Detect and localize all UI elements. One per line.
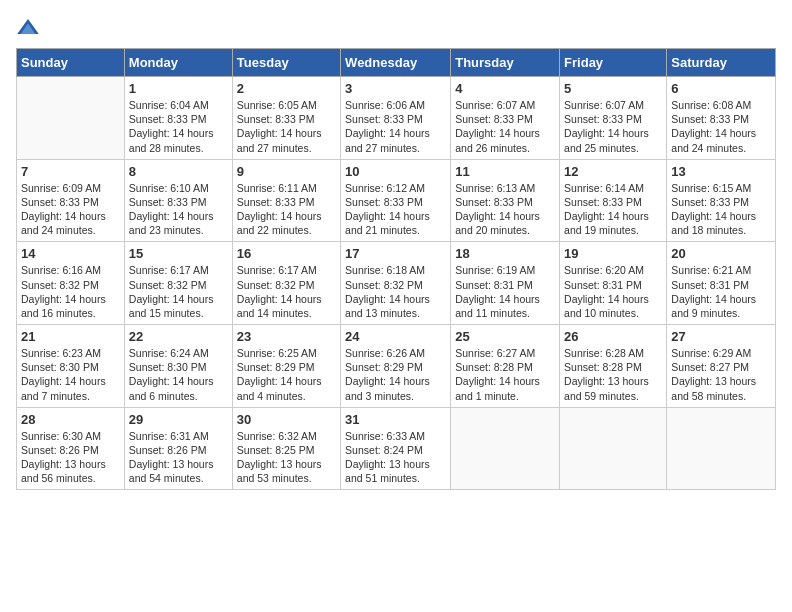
cell-sun-info: Sunrise: 6:10 AMSunset: 8:33 PMDaylight:…: [129, 181, 228, 238]
calendar-cell: 17Sunrise: 6:18 AMSunset: 8:32 PMDayligh…: [341, 242, 451, 325]
cell-sun-info: Sunrise: 6:07 AMSunset: 8:33 PMDaylight:…: [455, 98, 555, 155]
calendar-cell: 1Sunrise: 6:04 AMSunset: 8:33 PMDaylight…: [124, 77, 232, 160]
day-number: 30: [237, 412, 336, 427]
cell-sun-info: Sunrise: 6:29 AMSunset: 8:27 PMDaylight:…: [671, 346, 771, 403]
day-number: 4: [455, 81, 555, 96]
calendar-cell: 14Sunrise: 6:16 AMSunset: 8:32 PMDayligh…: [17, 242, 125, 325]
calendar-cell: [667, 407, 776, 490]
cell-sun-info: Sunrise: 6:23 AMSunset: 8:30 PMDaylight:…: [21, 346, 120, 403]
weekday-header: Saturday: [667, 49, 776, 77]
calendar-cell: 24Sunrise: 6:26 AMSunset: 8:29 PMDayligh…: [341, 325, 451, 408]
cell-sun-info: Sunrise: 6:16 AMSunset: 8:32 PMDaylight:…: [21, 263, 120, 320]
cell-sun-info: Sunrise: 6:08 AMSunset: 8:33 PMDaylight:…: [671, 98, 771, 155]
cell-sun-info: Sunrise: 6:07 AMSunset: 8:33 PMDaylight:…: [564, 98, 662, 155]
cell-sun-info: Sunrise: 6:20 AMSunset: 8:31 PMDaylight:…: [564, 263, 662, 320]
weekday-header: Thursday: [451, 49, 560, 77]
day-number: 23: [237, 329, 336, 344]
calendar-cell: 2Sunrise: 6:05 AMSunset: 8:33 PMDaylight…: [232, 77, 340, 160]
cell-sun-info: Sunrise: 6:12 AMSunset: 8:33 PMDaylight:…: [345, 181, 446, 238]
day-number: 22: [129, 329, 228, 344]
day-number: 8: [129, 164, 228, 179]
cell-sun-info: Sunrise: 6:21 AMSunset: 8:31 PMDaylight:…: [671, 263, 771, 320]
calendar-cell: 6Sunrise: 6:08 AMSunset: 8:33 PMDaylight…: [667, 77, 776, 160]
day-number: 5: [564, 81, 662, 96]
calendar-cell: 10Sunrise: 6:12 AMSunset: 8:33 PMDayligh…: [341, 159, 451, 242]
day-number: 27: [671, 329, 771, 344]
cell-sun-info: Sunrise: 6:31 AMSunset: 8:26 PMDaylight:…: [129, 429, 228, 486]
calendar-table: SundayMondayTuesdayWednesdayThursdayFrid…: [16, 48, 776, 490]
cell-sun-info: Sunrise: 6:28 AMSunset: 8:28 PMDaylight:…: [564, 346, 662, 403]
day-number: 6: [671, 81, 771, 96]
cell-sun-info: Sunrise: 6:11 AMSunset: 8:33 PMDaylight:…: [237, 181, 336, 238]
cell-sun-info: Sunrise: 6:17 AMSunset: 8:32 PMDaylight:…: [237, 263, 336, 320]
calendar-cell: 28Sunrise: 6:30 AMSunset: 8:26 PMDayligh…: [17, 407, 125, 490]
calendar-week-row: 21Sunrise: 6:23 AMSunset: 8:30 PMDayligh…: [17, 325, 776, 408]
day-number: 3: [345, 81, 446, 96]
day-number: 14: [21, 246, 120, 261]
calendar-cell: 31Sunrise: 6:33 AMSunset: 8:24 PMDayligh…: [341, 407, 451, 490]
cell-sun-info: Sunrise: 6:15 AMSunset: 8:33 PMDaylight:…: [671, 181, 771, 238]
day-number: 31: [345, 412, 446, 427]
day-number: 16: [237, 246, 336, 261]
calendar-cell: 25Sunrise: 6:27 AMSunset: 8:28 PMDayligh…: [451, 325, 560, 408]
calendar-cell: 29Sunrise: 6:31 AMSunset: 8:26 PMDayligh…: [124, 407, 232, 490]
day-number: 25: [455, 329, 555, 344]
weekday-header: Tuesday: [232, 49, 340, 77]
weekday-header: Monday: [124, 49, 232, 77]
calendar-cell: [451, 407, 560, 490]
day-number: 10: [345, 164, 446, 179]
calendar-cell: 20Sunrise: 6:21 AMSunset: 8:31 PMDayligh…: [667, 242, 776, 325]
calendar-cell: 5Sunrise: 6:07 AMSunset: 8:33 PMDaylight…: [560, 77, 667, 160]
day-number: 26: [564, 329, 662, 344]
calendar-week-row: 7Sunrise: 6:09 AMSunset: 8:33 PMDaylight…: [17, 159, 776, 242]
cell-sun-info: Sunrise: 6:19 AMSunset: 8:31 PMDaylight:…: [455, 263, 555, 320]
cell-sun-info: Sunrise: 6:27 AMSunset: 8:28 PMDaylight:…: [455, 346, 555, 403]
weekday-header: Friday: [560, 49, 667, 77]
calendar-cell: 9Sunrise: 6:11 AMSunset: 8:33 PMDaylight…: [232, 159, 340, 242]
day-number: 17: [345, 246, 446, 261]
weekday-header: Sunday: [17, 49, 125, 77]
cell-sun-info: Sunrise: 6:04 AMSunset: 8:33 PMDaylight:…: [129, 98, 228, 155]
day-number: 21: [21, 329, 120, 344]
calendar-cell: 11Sunrise: 6:13 AMSunset: 8:33 PMDayligh…: [451, 159, 560, 242]
cell-sun-info: Sunrise: 6:14 AMSunset: 8:33 PMDaylight:…: [564, 181, 662, 238]
cell-sun-info: Sunrise: 6:09 AMSunset: 8:33 PMDaylight:…: [21, 181, 120, 238]
calendar-cell: 30Sunrise: 6:32 AMSunset: 8:25 PMDayligh…: [232, 407, 340, 490]
day-number: 18: [455, 246, 555, 261]
calendar-cell: 21Sunrise: 6:23 AMSunset: 8:30 PMDayligh…: [17, 325, 125, 408]
day-number: 13: [671, 164, 771, 179]
day-number: 2: [237, 81, 336, 96]
day-number: 24: [345, 329, 446, 344]
calendar-cell: 15Sunrise: 6:17 AMSunset: 8:32 PMDayligh…: [124, 242, 232, 325]
cell-sun-info: Sunrise: 6:26 AMSunset: 8:29 PMDaylight:…: [345, 346, 446, 403]
cell-sun-info: Sunrise: 6:33 AMSunset: 8:24 PMDaylight:…: [345, 429, 446, 486]
calendar-cell: 12Sunrise: 6:14 AMSunset: 8:33 PMDayligh…: [560, 159, 667, 242]
weekday-header-row: SundayMondayTuesdayWednesdayThursdayFrid…: [17, 49, 776, 77]
calendar-cell: 8Sunrise: 6:10 AMSunset: 8:33 PMDaylight…: [124, 159, 232, 242]
day-number: 9: [237, 164, 336, 179]
calendar-cell: 3Sunrise: 6:06 AMSunset: 8:33 PMDaylight…: [341, 77, 451, 160]
logo: [16, 16, 44, 40]
day-number: 19: [564, 246, 662, 261]
day-number: 15: [129, 246, 228, 261]
calendar-week-row: 28Sunrise: 6:30 AMSunset: 8:26 PMDayligh…: [17, 407, 776, 490]
cell-sun-info: Sunrise: 6:25 AMSunset: 8:29 PMDaylight:…: [237, 346, 336, 403]
cell-sun-info: Sunrise: 6:32 AMSunset: 8:25 PMDaylight:…: [237, 429, 336, 486]
calendar-cell: 27Sunrise: 6:29 AMSunset: 8:27 PMDayligh…: [667, 325, 776, 408]
cell-sun-info: Sunrise: 6:18 AMSunset: 8:32 PMDaylight:…: [345, 263, 446, 320]
calendar-cell: 18Sunrise: 6:19 AMSunset: 8:31 PMDayligh…: [451, 242, 560, 325]
cell-sun-info: Sunrise: 6:06 AMSunset: 8:33 PMDaylight:…: [345, 98, 446, 155]
day-number: 7: [21, 164, 120, 179]
page-header: [16, 16, 776, 40]
day-number: 20: [671, 246, 771, 261]
calendar-cell: 26Sunrise: 6:28 AMSunset: 8:28 PMDayligh…: [560, 325, 667, 408]
day-number: 28: [21, 412, 120, 427]
cell-sun-info: Sunrise: 6:17 AMSunset: 8:32 PMDaylight:…: [129, 263, 228, 320]
cell-sun-info: Sunrise: 6:30 AMSunset: 8:26 PMDaylight:…: [21, 429, 120, 486]
weekday-header: Wednesday: [341, 49, 451, 77]
day-number: 29: [129, 412, 228, 427]
calendar-week-row: 14Sunrise: 6:16 AMSunset: 8:32 PMDayligh…: [17, 242, 776, 325]
calendar-cell: 19Sunrise: 6:20 AMSunset: 8:31 PMDayligh…: [560, 242, 667, 325]
cell-sun-info: Sunrise: 6:13 AMSunset: 8:33 PMDaylight:…: [455, 181, 555, 238]
logo-icon: [16, 16, 40, 40]
